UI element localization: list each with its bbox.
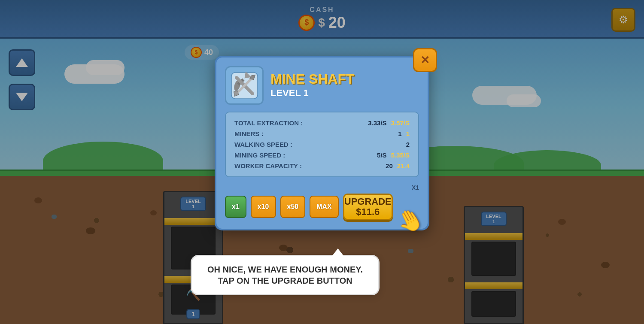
tooltip-bubble: OH NICE, WE HAVE ENOUGH MONEY. TAP ON TH… bbox=[191, 255, 380, 295]
extraction-current: 3.33/S bbox=[368, 119, 386, 127]
multiplier-label: X1 bbox=[225, 184, 419, 191]
hand-pointer-icon: 🤚 bbox=[392, 203, 428, 238]
upgrade-btn-wrapper: UPGRADE $11.6 🤚 bbox=[343, 194, 419, 220]
modal-level: LEVEL 1 bbox=[270, 88, 355, 99]
pickaxe-icon bbox=[231, 72, 258, 100]
stat-row-mining: MINING SPEED : 5/S 5.35/S bbox=[234, 151, 410, 159]
extraction-next: 3.57/S bbox=[391, 119, 410, 127]
miners-current: 1 bbox=[398, 130, 401, 137]
modal-title-group: MINE SHAFT LEVEL 1 bbox=[270, 72, 355, 99]
upgrade-label: UPGRADE bbox=[344, 197, 392, 207]
upgrade-button[interactable]: UPGRADE $11.6 bbox=[343, 194, 393, 220]
modal-overlay: ✕ bbox=[0, 0, 644, 324]
capacity-label: WORKER CAPACITY : bbox=[234, 162, 302, 170]
close-icon: ✕ bbox=[420, 54, 430, 67]
close-button[interactable]: ✕ bbox=[413, 48, 437, 72]
tooltip-text: OH NICE, WE HAVE ENOUGH MONEY. TAP ON TH… bbox=[207, 265, 363, 285]
walking-label: WALKING SPEED : bbox=[234, 141, 292, 148]
walking-values: 2 bbox=[406, 141, 410, 148]
qty-x10-button[interactable]: x10 bbox=[251, 196, 276, 218]
stat-row-capacity: WORKER CAPACITY : 20 21.4 bbox=[234, 162, 410, 170]
capacity-current: 20 bbox=[386, 162, 393, 170]
extraction-values: 3.33/S 3.57/S bbox=[368, 119, 410, 127]
upgrade-modal: ✕ bbox=[215, 56, 429, 230]
qty-max-button[interactable]: MAX bbox=[310, 196, 339, 218]
modal-header: MINE SHAFT LEVEL 1 bbox=[225, 66, 419, 105]
miners-next: 1 bbox=[406, 130, 410, 137]
stats-box: TOTAL EXTRACTION : 3.33/S 3.57/S MINERS … bbox=[225, 112, 419, 177]
stat-row-miners: MINERS : 1 1 bbox=[234, 130, 410, 137]
mining-current: 5/S bbox=[377, 151, 387, 159]
stat-row-walking: WALKING SPEED : 2 bbox=[234, 141, 410, 148]
capacity-next: 21.4 bbox=[397, 162, 410, 170]
mining-next: 5.35/S bbox=[391, 151, 410, 159]
qty-x1-button[interactable]: x1 bbox=[225, 196, 246, 218]
mining-values: 5/S 5.35/S bbox=[377, 151, 410, 159]
miners-values: 1 1 bbox=[398, 130, 410, 137]
upgrade-controls: x1 x10 x50 MAX UPGRADE $11.6 🤚 bbox=[225, 194, 419, 220]
upgrade-price: $11.6 bbox=[356, 207, 380, 217]
qty-x50-button[interactable]: x50 bbox=[280, 196, 306, 218]
walking-current: 2 bbox=[406, 141, 410, 148]
stat-row-extraction: TOTAL EXTRACTION : 3.33/S 3.57/S bbox=[234, 119, 410, 127]
mining-label: MINING SPEED : bbox=[234, 151, 285, 159]
extraction-label: TOTAL EXTRACTION : bbox=[234, 119, 303, 127]
mine-icon-box bbox=[225, 66, 264, 105]
capacity-values: 20 21.4 bbox=[386, 162, 410, 170]
miners-label: MINERS : bbox=[234, 130, 264, 137]
modal-title: MINE SHAFT bbox=[270, 72, 355, 86]
